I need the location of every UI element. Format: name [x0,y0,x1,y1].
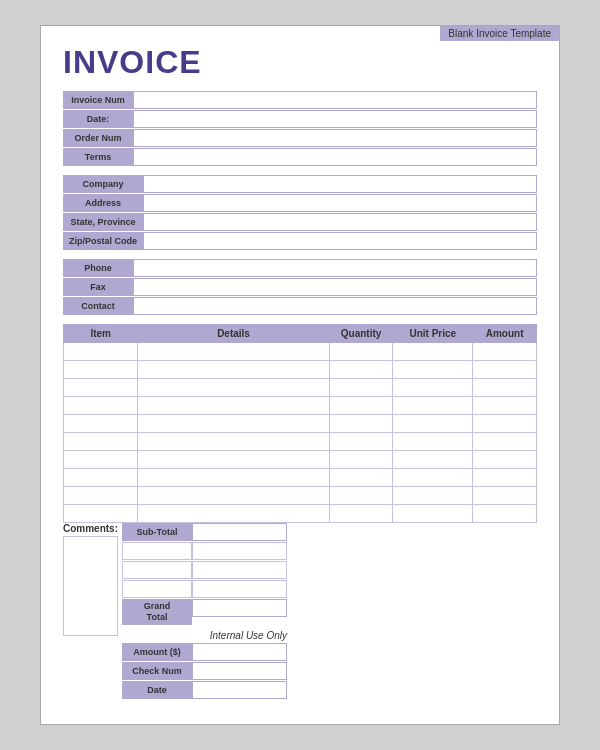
table-cell-col-qty[interactable] [329,361,393,379]
fax-label: Fax [63,278,133,296]
table-cell-col-item[interactable] [64,397,138,415]
table-row [64,361,537,379]
table-cell-col-qty[interactable] [329,379,393,397]
table-cell-col-item[interactable] [64,433,138,451]
table-cell-col-price[interactable] [393,451,473,469]
table-cell-col-details[interactable] [138,379,329,397]
contact-label: Contact [63,297,133,315]
sub-total-label: Sub-Total [122,523,192,541]
table-cell-col-price[interactable] [393,469,473,487]
table-cell-col-price[interactable] [393,433,473,451]
company-row: Company [63,175,537,193]
table-cell-col-amount[interactable] [473,469,537,487]
table-cell-col-amount[interactable] [473,379,537,397]
state-province-input[interactable] [143,213,537,231]
table-cell-col-amount[interactable] [473,451,537,469]
table-cell-col-qty[interactable] [329,505,393,523]
table-cell-col-price[interactable] [393,505,473,523]
payment-date-label: Date [122,681,192,699]
table-cell-col-details[interactable] [138,433,329,451]
blank-input-2[interactable] [192,561,287,579]
company-info-section: Company Address State, Province Zip/Post… [63,175,537,251]
blank-label-2 [122,561,192,579]
table-cell-col-item[interactable] [64,469,138,487]
zip-postal-label: Zip/Postal Code [63,232,143,250]
amount-input[interactable] [192,643,287,661]
blank-row-1 [122,542,287,560]
check-num-input[interactable] [192,662,287,680]
table-cell-col-item[interactable] [64,343,138,361]
table-cell-col-qty[interactable] [329,487,393,505]
table-cell-col-price[interactable] [393,361,473,379]
date-row: Date: [63,110,537,128]
comments-container: Comments: [63,523,118,700]
invoice-num-row: Invoice Num [63,91,537,109]
table-cell-col-price[interactable] [393,343,473,361]
check-num-label: Check Num [122,662,192,680]
table-cell-col-price[interactable] [393,379,473,397]
sub-total-input[interactable] [192,523,287,541]
comments-input[interactable] [63,536,118,636]
company-input[interactable] [143,175,537,193]
zip-postal-row: Zip/Postal Code [63,232,537,250]
grand-total-label: GrandTotal [122,599,192,625]
fax-input[interactable] [133,278,537,296]
terms-input[interactable] [133,148,537,166]
table-cell-col-amount[interactable] [473,397,537,415]
table-row [64,415,537,433]
check-num-row: Check Num [122,662,287,680]
table-cell-col-amount[interactable] [473,487,537,505]
order-num-input[interactable] [133,129,537,147]
table-cell-col-details[interactable] [138,397,329,415]
table-cell-col-item[interactable] [64,451,138,469]
phone-input[interactable] [133,259,537,277]
table-row [64,505,537,523]
table-cell-col-amount[interactable] [473,415,537,433]
phone-row: Phone [63,259,537,277]
table-cell-col-price[interactable] [393,415,473,433]
table-cell-col-item[interactable] [64,505,138,523]
table-cell-col-qty[interactable] [329,397,393,415]
table-cell-col-amount[interactable] [473,433,537,451]
col-header-unit-price: Unit Price [393,325,473,343]
table-cell-col-qty[interactable] [329,415,393,433]
grand-total-row: GrandTotal [122,599,287,625]
payment-date-input[interactable] [192,681,287,699]
table-cell-col-item[interactable] [64,487,138,505]
invoice-num-input[interactable] [133,91,537,109]
col-header-details: Details [138,325,329,343]
table-cell-col-item[interactable] [64,361,138,379]
grand-total-input[interactable] [192,599,287,617]
contact-input[interactable] [133,297,537,315]
table-cell-col-price[interactable] [393,397,473,415]
table-cell-col-qty[interactable] [329,469,393,487]
table-row [64,469,537,487]
table-cell-col-details[interactable] [138,415,329,433]
table-cell-col-amount[interactable] [473,361,537,379]
table-cell-col-qty[interactable] [329,343,393,361]
blank-input-3[interactable] [192,580,287,598]
table-cell-col-details[interactable] [138,451,329,469]
table-cell-col-amount[interactable] [473,343,537,361]
table-cell-col-details[interactable] [138,505,329,523]
table-cell-col-qty[interactable] [329,451,393,469]
blank-input-1[interactable] [192,542,287,560]
table-cell-col-item[interactable] [64,415,138,433]
col-header-item: Item [64,325,138,343]
table-cell-col-details[interactable] [138,469,329,487]
table-cell-col-details[interactable] [138,343,329,361]
address-row: Address [63,194,537,212]
zip-postal-input[interactable] [143,232,537,250]
contact-row: Contact [63,297,537,315]
bottom-section: Comments: Sub-Total [63,523,537,700]
date-input[interactable] [133,110,537,128]
table-cell-col-price[interactable] [393,487,473,505]
table-cell-col-details[interactable] [138,361,329,379]
table-cell-col-details[interactable] [138,487,329,505]
address-input[interactable] [143,194,537,212]
table-cell-col-qty[interactable] [329,433,393,451]
table-cell-col-amount[interactable] [473,505,537,523]
col-header-amount: Amount [473,325,537,343]
table-row [64,343,537,361]
table-cell-col-item[interactable] [64,379,138,397]
